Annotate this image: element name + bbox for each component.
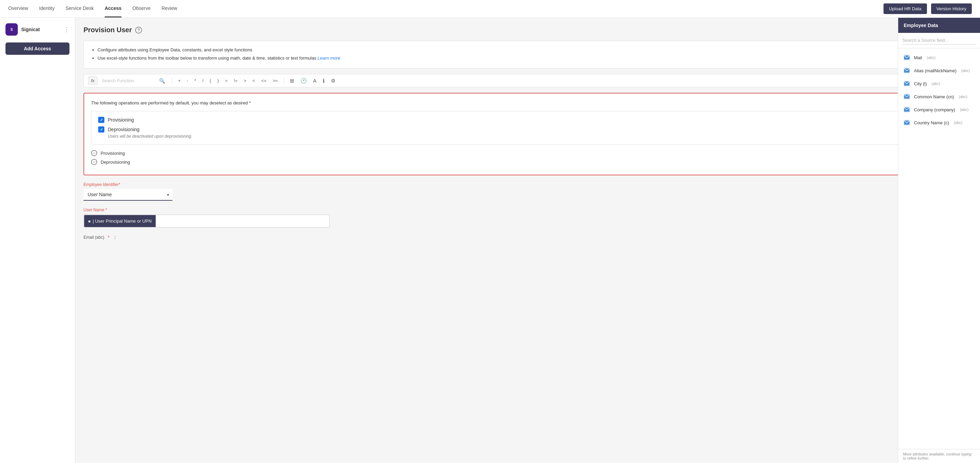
email-section: Email (abc) * : [83, 235, 972, 240]
emp-item-alias-type: (abc) [961, 69, 970, 73]
provisioning-checkbox-row: Provisioning [98, 117, 957, 123]
search-function-input[interactable] [102, 78, 156, 83]
deprovisioning-sub-text: Users will be deactivated upon deprovisi… [108, 134, 957, 139]
employee-id-select[interactable]: User Name [83, 189, 172, 201]
emp-item-mail-icon [903, 54, 910, 61]
emp-item-alias-icon [903, 67, 910, 74]
toolbar-less[interactable]: < [251, 77, 257, 84]
provisioning-checkbox[interactable] [98, 117, 104, 123]
info-bullet-2: Use excel-style functions from the toolb… [97, 55, 965, 62]
username-input[interactable] [156, 215, 329, 227]
page-title-row: Provision User ? [83, 26, 972, 34]
operations-description: The following operations are performed b… [91, 101, 964, 105]
employee-data-footer: More attributes available, continue typi… [898, 449, 980, 463]
font-icon[interactable]: A [311, 77, 318, 84]
emp-item-country-name: Country Name (c) [914, 120, 949, 125]
more-options-icon[interactable]: ⋮ [63, 26, 70, 33]
nav-service-desk[interactable]: Service Desk [66, 0, 94, 18]
toolbar-plus[interactable]: + [176, 77, 182, 84]
email-colon: : [114, 235, 116, 240]
toolbar-equals[interactable]: = [223, 77, 229, 84]
emp-item-cn-name: Common Name (cn) [914, 94, 954, 99]
emp-item-company-name: Company (company) [914, 107, 955, 112]
nav-links: Overview Identity Service Desk Access Ob… [8, 0, 177, 18]
emp-item-company-icon [903, 106, 910, 113]
toolbar-lte[interactable]: <= [259, 77, 268, 84]
toolbar-greater[interactable]: > [242, 77, 248, 84]
toolbar-minus[interactable]: - [185, 77, 190, 84]
toolbar-multiply[interactable]: * [192, 77, 198, 84]
version-history-button[interactable]: Version History [931, 3, 972, 14]
sidebar: S Signicat ⋮ Add Access [0, 18, 75, 463]
brand-name: Signicat [21, 27, 40, 32]
emp-item-city-name: City (l) [914, 81, 927, 86]
employee-id-label: Employee Identifier* [83, 182, 972, 187]
employee-data-panel: Employee Data Mail (abc) [898, 18, 980, 463]
sidebar-brand: S Signicat ⋮ [5, 23, 70, 36]
help-icon[interactable]: ? [135, 27, 142, 34]
toolbar-gte[interactable]: >= [271, 77, 280, 84]
emp-item-country[interactable]: Country Name (c) (abc) [898, 116, 980, 129]
emp-item-city[interactable]: City (l) (abc) [898, 77, 980, 90]
email-label: Email (abc) [83, 235, 104, 240]
deprovisioning-radio[interactable]: − [91, 159, 97, 165]
emp-item-mail[interactable]: Mail (abc) [898, 51, 980, 64]
table-icon[interactable]: ⊞ [288, 77, 296, 85]
toolbar-separator-2 [284, 77, 284, 84]
info-bullet-1: Configure attributes using Employee Data… [97, 46, 965, 53]
emp-item-city-icon [903, 80, 910, 87]
nav-overview[interactable]: Overview [8, 0, 28, 18]
emp-item-cn-type: (abc) [959, 94, 967, 99]
emp-item-company[interactable]: Company (company) (abc) [898, 103, 980, 116]
emp-item-cn-icon [903, 93, 910, 101]
nav-observe[interactable]: Observe [132, 0, 151, 18]
employee-identifier-section: Employee Identifier* User Name ▾ [83, 182, 972, 201]
checkboxes-container: Provisioning Deprovisioning Users will b… [91, 111, 964, 145]
emp-item-mail-type: (abc) [927, 56, 935, 59]
employee-data-search-area [898, 33, 980, 48]
employee-id-select-wrapper: User Name ▾ [83, 189, 172, 201]
nav-access[interactable]: Access [105, 0, 121, 18]
info-circle-icon[interactable]: ℹ [321, 77, 326, 85]
clock-icon[interactable]: 🕐 [299, 77, 309, 85]
deprovisioning-checkbox[interactable] [98, 126, 104, 133]
provisioning-radio[interactable]: − [91, 150, 97, 156]
emp-item-country-icon [903, 119, 910, 126]
add-access-button[interactable]: Add Access [5, 43, 70, 55]
brand-info: S Signicat [5, 23, 40, 36]
settings-icon[interactable]: ⚙ [329, 77, 337, 85]
upload-hr-data-button[interactable]: Upload HR Data [883, 3, 927, 14]
info-box: Configure attributes using Employee Data… [83, 41, 972, 69]
emp-item-cn[interactable]: Common Name (cn) (abc) [898, 90, 980, 103]
employee-data-items: Mail (abc) Alias (mailNickName) (abc) [898, 48, 980, 449]
provisioning-radio-row: − Provisioning [91, 150, 964, 156]
toolbar-divide[interactable]: / [200, 77, 205, 84]
username-tag-text: | User Principal Name or UPN [93, 219, 151, 224]
username-section: User Name * ■ | User Principal Name or U… [83, 208, 972, 228]
toolbar-open-paren[interactable]: ( [208, 77, 213, 84]
formula-toolbar: fx 🔍 + - * / ( ) = != > < <= >= ⊞ 🕐 A ℹ … [83, 74, 972, 87]
main-content: Provision User ? Configure attributes us… [75, 18, 980, 463]
employee-data-search-input[interactable] [902, 36, 976, 45]
username-tag[interactable]: ■ | User Principal Name or UPN [84, 215, 156, 227]
app-layout: S Signicat ⋮ Add Access Provision User ?… [0, 18, 980, 463]
emp-item-mail-name: Mail [914, 55, 922, 60]
page-title: Provision User [83, 26, 132, 34]
toolbar-not-equals[interactable]: != [232, 77, 239, 84]
top-navigation: Overview Identity Service Desk Access Ob… [0, 0, 980, 18]
deprovisioning-checkbox-row: Deprovisioning [98, 126, 957, 133]
provisioning-radio-label: Provisioning [100, 151, 125, 156]
employee-data-panel-header: Employee Data [898, 18, 980, 33]
provisioning-checkbox-label: Provisioning [108, 117, 134, 123]
username-field-container: ■ | User Principal Name or UPN [83, 214, 330, 228]
brand-logo: S [5, 23, 18, 36]
nav-identity[interactable]: Identity [39, 0, 54, 18]
username-label: User Name * [83, 208, 972, 212]
emp-item-alias[interactable]: Alias (mailNickName) (abc) [898, 64, 980, 77]
emp-item-company-type: (abc) [960, 107, 969, 112]
toolbar-close-paren[interactable]: ) [216, 77, 220, 84]
search-function-icon[interactable]: 🔍 [159, 78, 165, 83]
nav-review[interactable]: Review [162, 0, 177, 18]
learn-more-link[interactable]: Learn more [318, 56, 340, 61]
deprovisioning-radio-row: − Deprovisioning [91, 159, 964, 165]
